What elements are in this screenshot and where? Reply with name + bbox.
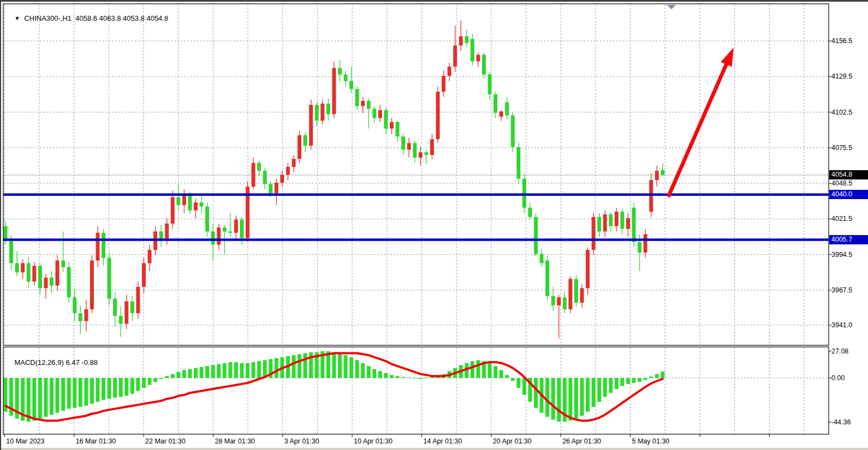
price-tick-label: 4048.5 bbox=[831, 179, 867, 188]
time-tick-label: 26 Apr 01:30 bbox=[562, 437, 601, 446]
price-tick-label: 4075.5 bbox=[831, 144, 867, 152]
price-tick-label: 4102.5 bbox=[831, 109, 867, 117]
chart-header: ▼CHINA300-,H1 4058.6 4063.8 4053.8 4054.… bbox=[7, 6, 168, 31]
time-tick-label: 10 Mar 2023 bbox=[6, 437, 44, 446]
time-tick-label: 14 Apr 01:30 bbox=[423, 437, 462, 446]
price-tick-label: 3941.0 bbox=[831, 321, 867, 329]
price-tick-label: 3994.5 bbox=[831, 251, 867, 259]
price-tick-label: 4129.5 bbox=[831, 73, 867, 81]
ohlc-values: 4058.6 4063.8 4053.8 4054.8 bbox=[75, 14, 168, 22]
time-tick-label: 10 Apr 01:30 bbox=[354, 437, 393, 446]
current-price-label: 4054.8 bbox=[829, 170, 868, 179]
macd-tick-label: -44.36 bbox=[831, 418, 867, 427]
macd-tick-label: 0.00 bbox=[831, 374, 867, 382]
macd-tick-label: 27.08 bbox=[831, 347, 867, 356]
trading-chart-window: ▼CHINA300-,H1 4058.6 4063.8 4053.8 4054.… bbox=[0, 0, 868, 450]
price-chart-canvas[interactable] bbox=[1, 2, 868, 450]
price-tick-label: 4156.5 bbox=[831, 37, 867, 45]
price-line-label: 4040.0 bbox=[829, 190, 868, 199]
symbol-dropdown-icon[interactable]: ▼ bbox=[14, 15, 20, 21]
price-line-label: 4005.7 bbox=[829, 235, 868, 244]
macd-indicator-label: MACD(12,26,9) 6.47 -0.88 bbox=[7, 350, 98, 375]
window-bottom-strip bbox=[1, 448, 868, 450]
time-tick-label: 5 May 01:30 bbox=[632, 437, 670, 446]
time-tick-label: 20 Apr 01:30 bbox=[493, 437, 532, 446]
price-tick-label: 3967.5 bbox=[831, 286, 867, 295]
symbol-timeframe-label: CHINA300-,H1 bbox=[24, 14, 72, 22]
macd-name: MACD(12,26,9) bbox=[14, 358, 63, 367]
price-tick-label: 4021.5 bbox=[831, 215, 867, 223]
time-tick-label: 16 Mar 01:30 bbox=[76, 437, 116, 446]
time-tick-label: 22 Mar 01:30 bbox=[145, 437, 186, 446]
macd-values: 6.47 -0.88 bbox=[66, 358, 98, 367]
time-tick-label: 28 Mar 01:30 bbox=[215, 437, 255, 446]
time-tick-label: 3 Apr 01:30 bbox=[284, 437, 319, 446]
